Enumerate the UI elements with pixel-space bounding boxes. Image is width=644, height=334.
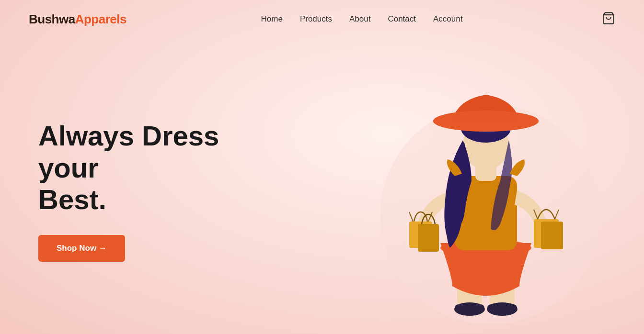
nav-links: Home Products About Contact Account <box>261 14 463 24</box>
navbar: BushwaApparels Home Products About Conta… <box>0 0 644 38</box>
hero-text-block: Always Dress your Best. Shop Now → <box>38 120 268 262</box>
svg-rect-7 <box>487 304 517 313</box>
nav-item-contact[interactable]: Contact <box>388 14 416 24</box>
svg-rect-16 <box>418 224 439 252</box>
nav-item-about[interactable]: About <box>349 14 370 24</box>
svg-rect-20 <box>541 222 563 249</box>
logo: BushwaApparels <box>29 12 126 27</box>
nav-item-products[interactable]: Products <box>300 14 332 24</box>
nav-item-home[interactable]: Home <box>261 14 283 24</box>
logo-part1: Bushwa <box>29 12 75 26</box>
hero-illustration <box>356 47 625 334</box>
cart-button[interactable] <box>602 11 615 27</box>
svg-point-14 <box>433 111 539 132</box>
fashion-illustration-svg <box>356 47 625 334</box>
svg-rect-5 <box>455 304 484 313</box>
shop-now-button[interactable]: Shop Now → <box>38 235 125 262</box>
nav-item-account[interactable]: Account <box>433 14 462 24</box>
logo-part2: Apparels <box>75 12 126 26</box>
hero-heading: Always Dress your Best. <box>38 120 268 216</box>
cart-icon <box>602 11 615 25</box>
hero-section: Always Dress your Best. Shop Now → <box>0 38 644 334</box>
